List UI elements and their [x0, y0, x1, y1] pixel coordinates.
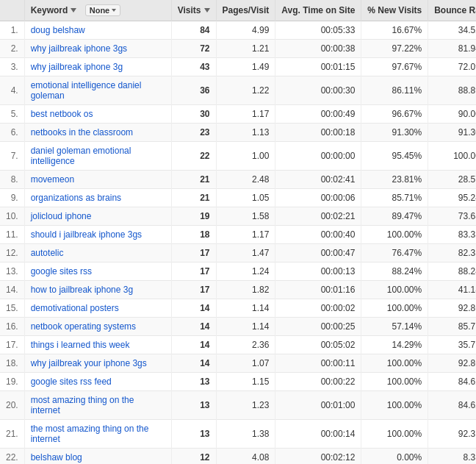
- table-row: 6.netbooks in the classroom231.1300:00:1…: [0, 124, 476, 142]
- row-number: 19.: [0, 373, 24, 391]
- bounce-rate-cell: 85.71%: [428, 318, 476, 336]
- keyword-link[interactable]: belshaw blog: [31, 452, 82, 463]
- keyword-cell[interactable]: organizations as brains: [24, 189, 171, 207]
- keyword-cell[interactable]: emotional intelligence daniel goleman: [24, 76, 171, 105]
- keyword-link[interactable]: things i learned this week: [31, 340, 130, 350]
- keyword-cell[interactable]: should i jailbreak iphone 3gs: [24, 226, 171, 244]
- keyword-link[interactable]: emotional intelligence daniel goleman: [31, 80, 142, 101]
- keyword-cell[interactable]: best netbook os: [24, 105, 171, 124]
- bounce-rate-cell: 34.52%: [428, 21, 476, 40]
- row-num-header: [0, 0, 24, 21]
- table-row: 10.jolicloud iphone191.5800:02:2189.47%7…: [0, 207, 476, 226]
- keyword-cell[interactable]: why jailbreak iphone 3g: [24, 58, 171, 76]
- keyword-cell[interactable]: google sites rss: [24, 263, 171, 281]
- pages-visit-cell: 4.08: [216, 449, 275, 465]
- pct-new-cell: 57.14%: [361, 318, 428, 336]
- keyword-link[interactable]: the most amazing thing on the internet: [31, 424, 149, 444]
- avg-time-cell: 00:02:41: [275, 171, 361, 189]
- keyword-cell[interactable]: most amazing thing on the internet: [24, 391, 171, 420]
- keyword-filter-dropdown[interactable]: None: [85, 4, 121, 16]
- pages-visit-cell: 1.17: [216, 105, 275, 124]
- keyword-link[interactable]: how to jailbreak iphone 3g: [31, 285, 133, 295]
- keyword-link[interactable]: google sites rss: [31, 266, 92, 276]
- visits-header[interactable]: Visits: [171, 0, 216, 21]
- row-number: 14.: [0, 281, 24, 299]
- keyword-cell[interactable]: netbooks in the classroom: [24, 124, 171, 142]
- pages-visit-cell: 4.99: [216, 21, 275, 40]
- keyword-cell[interactable]: autotelic: [24, 244, 171, 263]
- table-row: 1.doug belshaw844.9900:05:3316.67%34.52%: [0, 21, 476, 40]
- avg-time-cell: 00:01:16: [275, 281, 361, 299]
- pages-visit-cell: 1.05: [216, 189, 275, 207]
- keyword-cell[interactable]: why jailbreak your iphone 3gs: [24, 354, 171, 373]
- table-row: 8.movemeon212.4800:02:4123.81%28.57%: [0, 171, 476, 189]
- bounce-rate-cell: 90.00%: [428, 105, 476, 124]
- pct-new-cell: 100.00%: [361, 354, 428, 373]
- table-row: 21.the most amazing thing on the interne…: [0, 420, 476, 449]
- keyword-sort-icon[interactable]: [71, 8, 76, 13]
- keyword-cell[interactable]: how to jailbreak iphone 3g: [24, 281, 171, 299]
- visits-cell: 17: [171, 244, 216, 263]
- keyword-cell[interactable]: the most amazing thing on the internet: [24, 420, 171, 449]
- avg-time-cell: 00:01:00: [275, 391, 361, 420]
- keyword-cell[interactable]: netbook operating systems: [24, 318, 171, 336]
- pages-visit-cell: 1.38: [216, 420, 275, 449]
- keyword-link[interactable]: demotivational posters: [31, 303, 119, 313]
- table-row: 14.how to jailbreak iphone 3g171.8200:01…: [0, 281, 476, 299]
- keyword-link[interactable]: google sites rss feed: [31, 376, 112, 387]
- keyword-link[interactable]: autotelic: [31, 248, 64, 258]
- keyword-cell[interactable]: doug belshaw: [24, 21, 171, 40]
- keyword-link[interactable]: should i jailbreak iphone 3gs: [31, 229, 142, 240]
- visits-cell: 23: [171, 124, 216, 142]
- row-number: 7.: [0, 142, 24, 171]
- visits-cell: 17: [171, 263, 216, 281]
- visits-cell: 72: [171, 40, 216, 58]
- keyword-link[interactable]: best netbook os: [31, 109, 93, 119]
- keyword-link[interactable]: why jailbreak iphone 3gs: [31, 43, 127, 54]
- keyword-link[interactable]: why jailbreak your iphone 3gs: [31, 358, 147, 368]
- row-number: 21.: [0, 420, 24, 449]
- keyword-cell[interactable]: movemeon: [24, 171, 171, 189]
- table-row: 20.most amazing thing on the internet131…: [0, 391, 476, 420]
- pages-visit-cell: 1.82: [216, 281, 275, 299]
- bounce-rate-cell: 95.24%: [428, 189, 476, 207]
- pages-visit-cell: 1.49: [216, 58, 275, 76]
- row-number: 20.: [0, 391, 24, 420]
- keyword-link[interactable]: organizations as brains: [31, 193, 121, 203]
- row-number: 13.: [0, 263, 24, 281]
- keyword-cell[interactable]: google sites rss feed: [24, 373, 171, 391]
- table-row: 7.daniel goleman emotional intelligence2…: [0, 142, 476, 171]
- row-number: 5.: [0, 105, 24, 124]
- keyword-link[interactable]: most amazing thing on the internet: [31, 395, 134, 415]
- bounce-rate-cell: 81.94%: [428, 40, 476, 58]
- keyword-cell[interactable]: things i learned this week: [24, 336, 171, 354]
- keyword-header[interactable]: Keyword None: [24, 0, 171, 21]
- visits-cell: 19: [171, 207, 216, 226]
- pages-visit-cell: 1.13: [216, 124, 275, 142]
- row-number: 12.: [0, 244, 24, 263]
- keyword-link[interactable]: daniel goleman emotional intelligence: [31, 146, 131, 166]
- keyword-link[interactable]: doug belshaw: [31, 25, 85, 35]
- keyword-link[interactable]: why jailbreak iphone 3g: [31, 62, 123, 72]
- pct-new-header: % New Visits: [361, 0, 428, 21]
- keyword-cell[interactable]: why jailbreak iphone 3gs: [24, 40, 171, 58]
- keyword-link[interactable]: netbook operating systems: [31, 321, 136, 332]
- bounce-rate-cell: 73.68%: [428, 207, 476, 226]
- visits-cell: 17: [171, 281, 216, 299]
- keyword-cell[interactable]: belshaw blog: [24, 449, 171, 465]
- row-number: 1.: [0, 21, 24, 40]
- keyword-link[interactable]: jolicloud iphone: [31, 211, 92, 221]
- keyword-cell[interactable]: demotivational posters: [24, 299, 171, 318]
- pct-new-cell: 16.67%: [361, 21, 428, 40]
- keyword-cell[interactable]: jolicloud iphone: [24, 207, 171, 226]
- keyword-cell[interactable]: daniel goleman emotional intelligence: [24, 142, 171, 171]
- bounce-rate-cell: 88.89%: [428, 76, 476, 105]
- pages-visit-header: Pages/Visit: [216, 0, 275, 21]
- keyword-link[interactable]: netbooks in the classroom: [31, 127, 133, 138]
- visits-sort-icon: [204, 8, 210, 13]
- row-number: 15.: [0, 299, 24, 318]
- avg-time-cell: 00:05:02: [275, 336, 361, 354]
- avg-time-cell: 00:00:40: [275, 226, 361, 244]
- avg-time-cell: 00:00:18: [275, 124, 361, 142]
- keyword-link[interactable]: movemeon: [31, 174, 74, 185]
